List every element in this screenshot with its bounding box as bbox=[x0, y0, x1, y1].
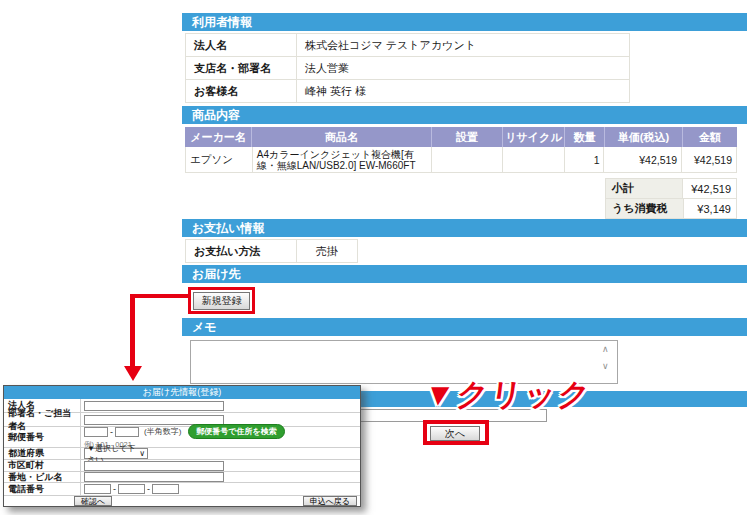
popup-actions: 確認へ 申込へ戻る bbox=[4, 496, 360, 508]
click-annotation: ▼クリック bbox=[424, 374, 592, 416]
user-info-label: 法人名 bbox=[186, 34, 297, 56]
table-row: 小計 ¥42,519 bbox=[606, 179, 736, 199]
user-info-label: お客様名 bbox=[186, 80, 297, 102]
user-info-value: 法人営業 bbox=[297, 57, 629, 79]
popup-row-prefecture: 都道府県 ▼選択して下さい ∨ bbox=[4, 448, 360, 460]
subtotal-label: 小計 bbox=[606, 179, 683, 198]
postal-code-input-2[interactable] bbox=[115, 427, 139, 437]
cell-qty: 1 bbox=[565, 147, 605, 172]
popup-row-tel: 電話番号 - - bbox=[4, 483, 360, 496]
tutorial-arrow-horizontal bbox=[133, 294, 188, 298]
highlight-box-next bbox=[423, 420, 489, 445]
tutorial-arrow-vertical bbox=[130, 294, 135, 366]
tel-input-2[interactable] bbox=[118, 484, 145, 494]
address-building-label: 番地・ビル名 bbox=[4, 472, 81, 482]
delivery-address-popup: お届け先情報(登録) 法人名 部署名・ご担当者名 郵便番号 - (半角数字) 郵… bbox=[3, 385, 361, 507]
tel-dash: - bbox=[147, 484, 150, 494]
telephone-label: 電話番号 bbox=[4, 483, 81, 495]
corp-name-input[interactable] bbox=[84, 401, 224, 411]
postal-code-label: 郵便番号 bbox=[4, 427, 81, 447]
table-row: お客様名 峰神 英行 様 bbox=[186, 80, 629, 102]
table-row: 支店名・部署名 法人営業 bbox=[186, 57, 629, 80]
cell-setup bbox=[432, 147, 503, 172]
postal-code-input-1[interactable] bbox=[84, 427, 108, 437]
payment-method-label: お支払い方法 bbox=[186, 240, 297, 262]
dropdown-arrow-icon: ∨ bbox=[139, 449, 145, 458]
column-header-product-name: 商品名 bbox=[252, 127, 432, 147]
highlight-box-new-registration bbox=[188, 287, 255, 314]
confirm-button[interactable]: 確認へ bbox=[74, 496, 112, 506]
column-header-setup: 設置 bbox=[432, 127, 503, 147]
section-header-delivery: お届け先 bbox=[182, 265, 747, 283]
product-table: メーカー名 商品名 設置 リサイクル 数量 単価(税込) 金額 エプソン A4カ… bbox=[185, 127, 737, 173]
cell-product-name: A4カラーインクジェット複合機[有線・無線LAN/USB2.0] EW-M660… bbox=[253, 147, 432, 172]
table-row: うち消費税 ¥3,149 bbox=[606, 199, 736, 218]
scroll-up-icon[interactable]: ∧ bbox=[602, 345, 609, 354]
user-info-value: 株式会社コジマ テストアカウント bbox=[297, 34, 629, 56]
tax-label: うち消費税 bbox=[606, 199, 684, 218]
tel-input-3[interactable] bbox=[152, 484, 179, 494]
scroll-down-icon[interactable]: ∨ bbox=[602, 362, 609, 371]
dept-name-input[interactable] bbox=[84, 415, 224, 425]
totals-table: 小計 ¥42,519 うち消費税 ¥3,149 bbox=[605, 178, 737, 219]
postal-search-button[interactable]: 郵便番号で住所を検索 bbox=[188, 424, 284, 439]
table-row: 法人名 株式会社コジマ テストアカウント bbox=[186, 34, 629, 57]
dept-name-label: 部署名・ご担当者名 bbox=[4, 413, 81, 426]
column-header-unit-price: 単価(税込) bbox=[605, 127, 683, 147]
prefecture-label: 都道府県 bbox=[4, 448, 81, 459]
tel-input-1[interactable] bbox=[84, 484, 111, 494]
product-table-header: メーカー名 商品名 設置 リサイクル 数量 単価(税込) 金額 bbox=[185, 127, 737, 147]
tutorial-arrow-head-icon bbox=[124, 366, 142, 381]
payment-table: お支払い方法 売掛 bbox=[185, 239, 358, 263]
tel-dash: - bbox=[113, 484, 116, 494]
postal-note: (半角数字) bbox=[144, 426, 181, 437]
popup-title: お届け先情報(登録) bbox=[4, 386, 360, 399]
section-header-payment: お支払い情報 bbox=[182, 219, 747, 237]
cell-unit-price: ¥42,519 bbox=[604, 147, 682, 172]
subtotal-value: ¥42,519 bbox=[683, 179, 736, 198]
city-input[interactable] bbox=[84, 461, 224, 471]
table-row: エプソン A4カラーインクジェット複合機[有線・無線LAN/USB2.0] EW… bbox=[185, 147, 737, 173]
table-row: お支払い方法 売掛 bbox=[186, 240, 357, 262]
city-label: 市区町村 bbox=[4, 460, 81, 471]
postal-dash: - bbox=[110, 427, 113, 437]
user-info-value: 峰神 英行 様 bbox=[297, 80, 629, 102]
click-annotation-text: ▼クリック bbox=[421, 374, 594, 416]
popup-row-postal: 郵便番号 - (半角数字) 郵便番号で住所を検索 例) 101 - 0021 bbox=[4, 427, 360, 448]
column-header-maker: メーカー名 bbox=[185, 127, 252, 147]
column-header-amount: 金額 bbox=[683, 127, 737, 147]
user-info-table: 法人名 株式会社コジマ テストアカウント 支店名・部署名 法人営業 お客様名 峰… bbox=[185, 33, 630, 103]
prefecture-select[interactable]: ▼選択して下さい ∨ bbox=[84, 448, 148, 459]
payment-method-value: 売掛 bbox=[297, 240, 357, 262]
column-header-qty: 数量 bbox=[565, 127, 605, 147]
section-header-memo: メモ bbox=[182, 318, 747, 336]
order-confirmation-page: 利用者情報 法人名 株式会社コジマ テストアカウント 支店名・部署名 法人営業 … bbox=[0, 0, 750, 515]
cell-amount: ¥42,519 bbox=[682, 147, 736, 172]
section-header-user-info: 利用者情報 bbox=[182, 13, 747, 31]
popup-row-address: 番地・ビル名 bbox=[4, 472, 360, 483]
cell-recycle bbox=[503, 147, 565, 172]
tax-value: ¥3,149 bbox=[684, 199, 736, 218]
section-header-product: 商品内容 bbox=[182, 106, 747, 124]
back-to-order-button[interactable]: 申込へ戻る bbox=[303, 496, 357, 506]
user-info-label: 支店名・部署名 bbox=[186, 57, 297, 79]
cell-maker: エプソン bbox=[186, 147, 253, 172]
address-building-input[interactable] bbox=[84, 472, 224, 482]
column-header-recycle: リサイクル bbox=[503, 127, 565, 147]
